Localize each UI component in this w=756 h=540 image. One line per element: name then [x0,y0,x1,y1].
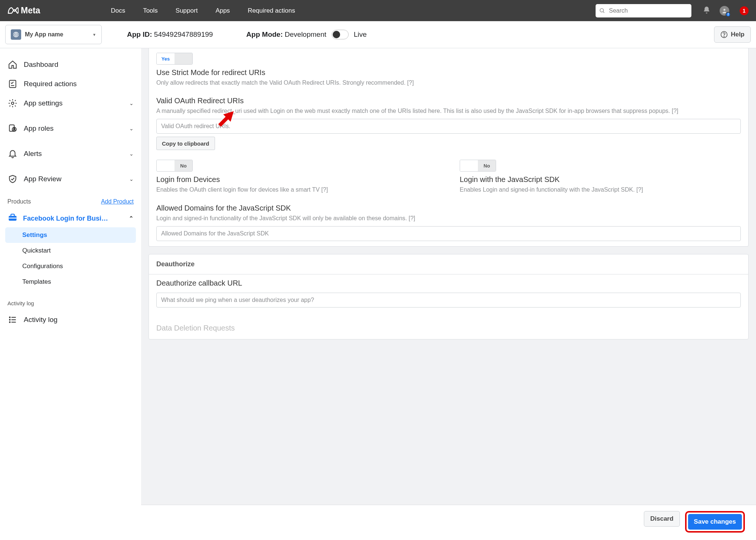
app-id: App ID: 549492947889199 [127,30,213,39]
app-id-label: App ID: [127,30,152,38]
roles-icon [7,124,18,133]
sidebar-label: App settings [24,99,63,107]
sidebar-label: App roles [24,124,53,133]
sidebar-item-app-settings[interactable]: App settings ⌄ [5,94,136,113]
app-subheader: My App name ▼ App ID: 549492947889199 Ap… [0,21,756,48]
top-nav: Meta Docs Tools Support Apps Required ac… [0,0,756,21]
facebook-badge-icon: f [726,12,731,17]
toggle-blank [175,53,192,64]
nav-docs[interactable]: Docs [111,7,125,14]
svg-point-20 [9,322,10,322]
sidebar-label: Alerts [24,150,42,158]
chevron-down-icon: ⌄ [129,151,134,157]
add-product-link[interactable]: Add Product [101,198,134,205]
app-mode-live: Live [354,30,367,39]
sidebar-item-dashboard[interactable]: Dashboard [5,55,136,74]
svg-point-2 [723,9,725,10]
app-id-value: 549492947889199 [154,30,213,38]
strict-mode-title: Use Strict Mode for redirect URIs [156,68,741,77]
sidebar-sub-configurations[interactable]: Configurations [5,258,136,274]
login-jssdk-desc: Enables Login and signed-in functionalit… [460,185,741,194]
sidebar-sub-quickstart[interactable]: Quickstart [5,243,136,258]
gear-icon [7,98,18,108]
notification-badge[interactable]: 1 [740,6,749,15]
list-icon [7,315,18,325]
app-icon [11,29,21,40]
sidebar-item-app-roles[interactable]: App roles ⌄ [5,119,136,138]
sidebar-item-activity-log[interactable]: Activity log [5,310,136,329]
toggle-no: No [175,160,192,171]
sidebar-label: App Review [24,175,61,183]
svg-point-8 [724,36,724,36]
copy-to-clipboard-button[interactable]: Copy to clipboard [156,137,215,150]
toolbox-icon [7,212,18,225]
svg-rect-15 [9,218,17,218]
app-selector[interactable]: My App name ▼ [5,25,102,44]
redirect-uris-input[interactable] [156,119,741,134]
sidebar-item-required-actions[interactable]: Required actions [5,74,136,94]
bell-icon[interactable] [703,6,711,15]
chevron-down-icon: ⌄ [129,176,134,182]
sidebar-product-facebook-login[interactable]: Facebook Login for Busi… ⌃ [5,209,136,227]
nav-required-actions[interactable]: Required actions [248,7,295,14]
login-devices-title: Login from Devices [156,175,437,184]
activity-log-header: Activity log [5,300,136,306]
sidebar-sub-templates[interactable]: Templates [5,274,136,290]
login-devices-desc: Enables the OAuth client login flow for … [156,185,437,194]
search-box[interactable] [596,4,691,17]
app-mode-label: App Mode: [246,30,283,38]
svg-point-10 [12,102,14,105]
login-jssdk-title: Login with the JavaScript SDK [460,175,741,184]
sidebar-sub-settings[interactable]: Settings [5,227,136,243]
toggle-yes: Yes [157,53,175,64]
search-input[interactable] [609,7,688,14]
sidebar-label: Required actions [24,80,77,88]
save-highlight-annotation: Save changes [685,511,745,533]
deauth-callback-title: Deauthorize callback URL [156,279,741,287]
products-header: Products Add Product [5,198,136,205]
svg-point-3 [15,34,17,36]
content: Yes Use Strict Mode for redirect URIs On… [141,48,756,540]
discard-button[interactable]: Discard [644,511,680,527]
help-label: Help [731,31,744,38]
app-mode: App Mode: Development Live [246,30,366,39]
chevron-up-icon: ⌃ [129,215,134,222]
sidebar-label: Activity log [24,316,58,324]
app-mode-toggle[interactable] [332,30,349,39]
meta-icon [7,7,19,14]
nav-links: Docs Tools Support Apps Required actions [111,7,295,14]
strict-mode-toggle[interactable]: Yes [156,53,193,65]
sidebar-label: Dashboard [24,61,58,69]
login-jssdk-toggle[interactable]: No [460,160,496,172]
search-icon [599,7,605,14]
svg-point-18 [9,319,10,320]
app-mode-value: Development [285,30,326,38]
checklist-icon [7,79,18,89]
bell-outline-icon [7,149,18,159]
deauthorize-header: Deauthorize [149,254,748,274]
nav-support[interactable]: Support [176,7,198,14]
nav-apps[interactable]: Apps [215,7,230,14]
nav-tools[interactable]: Tools [143,7,158,14]
save-changes-button[interactable]: Save changes [688,514,742,530]
avatar[interactable]: f [720,6,729,16]
redirect-uris-desc: A manually specified redirect_uri used w… [156,107,741,115]
allowed-domains-input[interactable] [156,226,741,241]
redirect-uris-title: Valid OAuth Redirect URIs [156,97,741,105]
svg-point-0 [600,8,603,12]
toggle-no: No [478,160,496,171]
login-devices-toggle[interactable]: No [156,160,193,172]
caret-down-icon: ▼ [92,33,96,37]
meta-logo[interactable]: Meta [7,6,40,16]
sidebar-item-app-review[interactable]: App Review ⌄ [5,169,136,189]
deauth-callback-input[interactable] [156,293,741,308]
sidebar: Dashboard Required actions App settings … [0,48,141,540]
footer-bar: Discard Save changes [141,505,756,540]
strict-mode-desc: Only allow redirects that exactly match … [156,78,741,87]
shield-check-icon [7,174,18,184]
home-icon [7,60,18,69]
data-deletion-title: Data Deletion Requests [156,324,741,332]
brand-text: Meta [21,6,40,16]
sidebar-item-alerts[interactable]: Alerts ⌄ [5,144,136,163]
help-button[interactable]: Help [714,26,751,43]
